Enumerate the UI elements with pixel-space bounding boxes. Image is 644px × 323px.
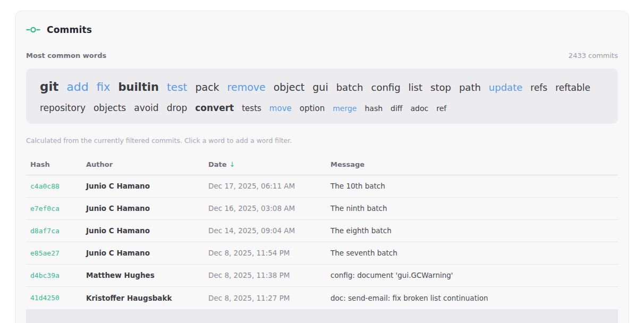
word-cloud-word[interactable]: convert — [195, 101, 234, 115]
commit-hash-link[interactable]: c4a0c88 — [26, 182, 82, 190]
commit-message: config: document 'gui.GCWarning' — [326, 271, 618, 279]
commit-author: Kristoffer Haugsbakk — [82, 294, 204, 302]
word-cloud-word[interactable]: drop — [167, 101, 188, 115]
commits-card: Commits Most common words 2433 commits g… — [15, 11, 629, 323]
word-cloud-word[interactable]: hash — [365, 103, 383, 115]
commit-message: The 10th batch — [326, 182, 618, 190]
word-cloud-word[interactable]: refs — [530, 81, 547, 95]
word-cloud-word[interactable]: config — [371, 80, 401, 95]
word-cloud-word[interactable]: stop — [430, 80, 451, 95]
table-body: c4a0c88 Junio C Hamano Dec 17, 2025, 06:… — [26, 175, 618, 309]
word-cloud-word[interactable]: test — [167, 79, 187, 96]
commit-hash-link[interactable]: e85ae27 — [26, 249, 82, 257]
word-cloud-word[interactable]: reftable — [555, 81, 590, 95]
column-header-date-label: Date — [208, 160, 227, 168]
column-header-author[interactable]: Author — [82, 160, 204, 168]
word-cloud-caption: Calculated from the currently filtered c… — [26, 137, 618, 144]
commit-message: The ninth batch — [326, 204, 618, 212]
commit-hash-link[interactable]: d8af7ca — [26, 227, 82, 235]
word-cloud-word[interactable]: diff — [391, 103, 402, 115]
word-cloud-word[interactable]: adoc — [411, 103, 429, 115]
word-cloud-word[interactable]: avoid — [134, 101, 158, 115]
word-cloud-word[interactable]: batch — [336, 80, 363, 95]
commit-author: Matthew Hughes — [82, 271, 204, 279]
commit-date: Dec 17, 2025, 06:11 AM — [204, 182, 326, 190]
word-cloud-word[interactable]: repository — [40, 101, 86, 115]
word-cloud-word[interactable]: move — [269, 103, 292, 115]
commit-message: The seventh batch — [326, 249, 618, 257]
commit-date: Dec 8, 2025, 11:38 PM — [204, 271, 326, 279]
word-cloud-word[interactable]: option — [300, 103, 325, 115]
word-cloud-word[interactable]: objects — [94, 101, 126, 115]
word-cloud-word[interactable]: tests — [242, 103, 261, 115]
column-header-message[interactable]: Message — [326, 160, 618, 168]
table-header-row: Hash Author Date↓ Message — [26, 154, 618, 175]
card-header: Commits — [26, 24, 618, 36]
word-cloud-word[interactable]: path — [459, 80, 481, 95]
commit-date: Dec 8, 2025, 11:27 PM — [204, 294, 326, 302]
word-cloud-word[interactable]: list — [409, 80, 422, 95]
column-header-date[interactable]: Date↓ — [204, 160, 326, 168]
sort-descending-icon: ↓ — [230, 160, 235, 168]
commit-hash-link[interactable]: d4bc39a — [26, 271, 82, 279]
table-row[interactable]: d8af7ca Junio C Hamano Dec 14, 2025, 09:… — [26, 220, 618, 242]
word-cloud-word[interactable]: builtin — [118, 79, 159, 96]
word-cloud-word[interactable]: object — [274, 80, 305, 95]
word-cloud-word[interactable]: git — [40, 78, 58, 97]
commit-hash-link[interactable]: 41d4250 — [26, 294, 82, 302]
word-cloud-word[interactable]: fix — [97, 79, 111, 96]
word-cloud-word[interactable]: gui — [312, 80, 328, 95]
word-cloud: gitaddfixbuiltintestpackremoveobjectguib… — [26, 69, 618, 124]
commit-author: Junio C Hamano — [82, 204, 204, 212]
git-commit-icon — [26, 26, 40, 33]
commit-author: Junio C Hamano — [82, 249, 204, 257]
subheader: Most common words 2433 commits — [26, 52, 618, 60]
table-row[interactable]: e85ae27 Junio C Hamano Dec 8, 2025, 11:5… — [26, 242, 618, 265]
table-row[interactable]: e7ef0ca Junio C Hamano Dec 16, 2025, 03:… — [26, 198, 618, 220]
commit-message: The eighth batch — [326, 226, 618, 235]
word-cloud-word[interactable]: merge — [333, 103, 357, 115]
commit-date: Dec 16, 2025, 03:08 AM — [204, 204, 326, 212]
word-cloud-word[interactable]: add — [66, 78, 88, 96]
most-common-words-label: Most common words — [26, 52, 106, 60]
word-cloud-word[interactable]: remove — [227, 80, 266, 95]
table-row[interactable]: 41d4250 Kristoffer Haugsbakk Dec 8, 2025… — [26, 287, 618, 309]
word-cloud-word[interactable]: pack — [195, 80, 219, 95]
commit-author: Junio C Hamano — [82, 226, 204, 235]
word-cloud-word[interactable]: ref — [436, 103, 446, 115]
commit-message: doc: send-email: fix broken list continu… — [326, 294, 618, 302]
commit-author: Junio C Hamano — [82, 182, 204, 190]
commits-table: Hash Author Date↓ Message c4a0c88 Junio … — [26, 154, 618, 323]
table-row[interactable]: c4a0c88 Junio C Hamano Dec 17, 2025, 06:… — [26, 175, 618, 198]
table-row[interactable]: d4bc39a Matthew Hughes Dec 8, 2025, 11:3… — [26, 265, 618, 287]
table-row-partial[interactable] — [26, 309, 618, 323]
commit-hash-link[interactable]: e7ef0ca — [26, 205, 82, 212]
commit-count-badge: 2433 commits — [569, 52, 618, 60]
column-header-hash[interactable]: Hash — [26, 160, 82, 168]
page-title: Commits — [47, 24, 92, 35]
commit-date: Dec 14, 2025, 09:04 AM — [204, 226, 326, 235]
word-cloud-word[interactable]: update — [489, 80, 522, 95]
commit-date: Dec 8, 2025, 11:54 PM — [204, 249, 326, 257]
